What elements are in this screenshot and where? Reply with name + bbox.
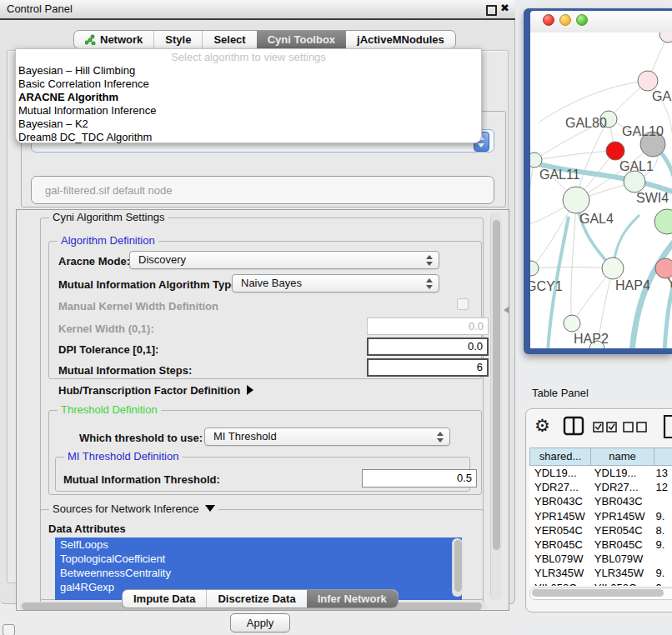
scrollbar-thumb[interactable]	[454, 540, 462, 592]
table-cell: 12	[651, 480, 672, 494]
manual-kernel-checkbox[interactable]	[457, 298, 469, 310]
tab-discretize-data[interactable]: Discretize Data	[206, 590, 306, 608]
network-node[interactable]	[530, 152, 542, 168]
table-header-row: shared...nameA	[529, 448, 672, 466]
attribute-item[interactable]: TopologicalCoefficient	[55, 552, 462, 566]
settings-vertical-scrollbar[interactable]	[490, 213, 502, 600]
mi-threshold-label: Mutual Information Threshold:	[63, 473, 220, 486]
dropdown-item[interactable]: Bayesian – Hill Climbing	[16, 64, 481, 78]
mi-steps-field[interactable]: 6	[367, 358, 489, 377]
dropdown-item[interactable]: Bayesian – K2	[16, 118, 481, 131]
table-row[interactable]: YDL19...YDL19...13	[529, 466, 672, 480]
stepper-icon	[426, 254, 434, 267]
network-node[interactable]	[659, 32, 672, 42]
table-row[interactable]: YER054CYER054C8.	[529, 523, 672, 538]
table-cell: YER054C	[529, 523, 589, 538]
tab-infer-network[interactable]: Infer Network	[307, 590, 398, 608]
table-row[interactable]: YIL052CYIL052C9.	[529, 581, 672, 587]
aracne-mode-label: Aracne Mode:	[58, 255, 130, 268]
table-horizontal-scrollbar[interactable]	[529, 588, 672, 600]
panel-splitter-arrow-icon[interactable]	[504, 307, 509, 313]
table-row[interactable]: YDR27...YDR27...12	[529, 480, 672, 494]
node-label: HAP2	[574, 332, 609, 346]
tab-impute-data[interactable]: Impute Data	[123, 590, 206, 608]
mi-type-select[interactable]: Naive Bayes	[232, 274, 439, 292]
attributes-scrollbar[interactable]	[452, 538, 463, 597]
dropdown-item[interactable]: Basic Correlation Inference	[16, 78, 481, 91]
network-window-titlebar[interactable]	[530, 11, 672, 33]
kernel-width-label: Kernel Width (0,1):	[58, 322, 154, 335]
mi-threshold-field[interactable]: 0.5	[362, 469, 477, 488]
tab-label: Impute Data	[133, 590, 195, 608]
network-icon	[85, 34, 96, 45]
network-canvas[interactable]: GALGAL80GAL10GAL1GAL11SWI4GAL4GCY1HAP4YH…	[530, 32, 672, 348]
sources-title: Sources for Network Inference	[53, 502, 199, 515]
deselect-all-icon[interactable]	[623, 422, 648, 432]
table-cell: YDL19...	[529, 466, 589, 480]
column-header[interactable]: name	[591, 448, 654, 466]
table-cell: YBL079W	[589, 552, 651, 566]
table-row[interactable]: YBR043CYBR043C	[529, 494, 672, 508]
minimize-traffic-light-icon[interactable]	[559, 14, 571, 26]
dropdown-item[interactable]: ARACNE Algorithm	[16, 91, 481, 104]
minimized-panel-icon[interactable]	[3, 624, 15, 635]
table-row[interactable]: YLR345WYLR345W9.	[529, 566, 672, 580]
hub-definition-toggle[interactable]: Hub/Transcription Factor Definition	[58, 384, 253, 397]
control-panel-titlebar: Control Panel ✖	[0, 0, 515, 20]
node-label: GAL4	[579, 212, 614, 226]
manual-kernel-label: Manual Kernel Width Definition	[58, 300, 218, 312]
group-title: Cyni Algorithm Settings	[49, 211, 168, 223]
which-threshold-value: MI Threshold	[213, 430, 277, 442]
network-node[interactable]	[530, 261, 539, 276]
apply-button[interactable]: Apply	[230, 613, 290, 632]
node-label: GAL	[652, 89, 672, 103]
column-header[interactable]: A	[654, 448, 672, 466]
network-node[interactable]	[602, 258, 624, 279]
aracne-mode-select[interactable]: Discovery	[129, 251, 439, 269]
table-cell: YDL19...	[589, 466, 651, 480]
tab-select[interactable]: Select	[202, 31, 256, 48]
network-edge[interactable]	[571, 200, 576, 323]
split-columns-icon[interactable]	[563, 416, 584, 437]
column-header[interactable]: shared...	[529, 448, 591, 466]
which-threshold-select[interactable]: MI Threshold	[204, 428, 450, 446]
table-cell: YER054C	[589, 523, 651, 538]
node-label: GAL10	[622, 124, 664, 138]
network-node[interactable]	[624, 171, 645, 192]
table-selector-combo[interactable]: gal-filtered.sif default node	[31, 176, 494, 204]
kernel-width-field[interactable]: 0.0	[367, 318, 489, 335]
tab-cyni-toolbox[interactable]: Cyni Toolbox	[257, 31, 346, 48]
float-window-icon[interactable]	[486, 5, 497, 16]
table-row[interactable]: YBL079WYBL079W	[529, 552, 672, 566]
dpi-tolerance-field[interactable]: 0.0	[367, 338, 489, 356]
collapse-down-icon	[205, 505, 215, 512]
attribute-item[interactable]: SelfLoops	[55, 538, 462, 552]
threshold-definition-title: Threshold Definition	[58, 403, 161, 416]
zoom-traffic-light-icon[interactable]	[576, 14, 588, 26]
tab-label: Infer Network	[318, 590, 387, 608]
network-node[interactable]	[564, 315, 580, 332]
table-row[interactable]: YPR145WYPR145W9.	[529, 509, 672, 523]
network-node[interactable]	[606, 142, 624, 160]
control-panel: Control Panel ✖ NetworkStyleSelectCyni T…	[0, 0, 515, 604]
close-icon[interactable]: ✖	[500, 2, 509, 14]
sources-toggle[interactable]: Sources for Network Inference	[49, 502, 218, 515]
tab-jactivemnodules[interactable]: jActiveMNodules	[346, 31, 455, 48]
dropdown-item[interactable]: Dream8 DC_TDC Algorithm	[16, 131, 481, 144]
gear-icon[interactable]: ⚙	[534, 416, 550, 436]
scrollbar-thumb[interactable]	[493, 220, 500, 550]
network-node[interactable]	[638, 71, 658, 91]
table-cell: 13	[651, 466, 672, 480]
table-cell: YBR043C	[529, 494, 589, 508]
network-node[interactable]	[563, 187, 589, 213]
import-table-icon[interactable]	[662, 414, 672, 439]
select-all-icon[interactable]	[593, 422, 618, 432]
dropdown-item[interactable]: Mutual Information Inference	[16, 104, 481, 118]
close-traffic-light-icon[interactable]	[543, 14, 554, 26]
network-node[interactable]	[654, 209, 672, 234]
scrollbar-thumb[interactable]	[532, 589, 664, 597]
table-row[interactable]: YBR045CYBR045C9.	[529, 538, 672, 552]
attribute-item[interactable]: BetweennessCentrality	[55, 566, 462, 580]
tab-network[interactable]: Network	[74, 31, 153, 48]
tab-style[interactable]: Style	[153, 31, 202, 48]
